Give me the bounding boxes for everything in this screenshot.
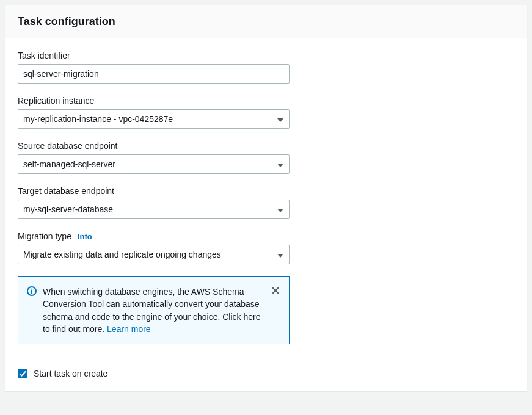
migration-type-label: Migration type [18, 231, 71, 241]
start-on-create-row: Start task on create [18, 369, 514, 378]
task-identifier-label: Task identifier [18, 51, 290, 60]
target-endpoint-label: Target database endpoint [18, 186, 290, 196]
target-endpoint-select-wrapper: my-sql-server-database [18, 200, 290, 219]
alert-text: When switching database engines, the AWS… [43, 286, 264, 335]
target-endpoint-select[interactable]: my-sql-server-database [18, 200, 290, 219]
migration-type-select[interactable]: Migrate existing data and replicate ongo… [18, 245, 290, 264]
task-identifier-group: Task identifier [18, 51, 290, 84]
info-link[interactable]: Info [78, 232, 92, 241]
migration-type-group: Migration type Info Migrate existing dat… [18, 231, 290, 264]
svg-point-1 [31, 289, 32, 290]
task-configuration-panel: Task configuration Task identifier Repli… [5, 5, 527, 391]
source-endpoint-select-wrapper: self-managed-sql-server [18, 154, 290, 174]
target-endpoint-group: Target database endpoint my-sql-server-d… [18, 186, 290, 219]
panel-body: Task identifier Replication instance my-… [5, 38, 527, 391]
migration-type-label-row: Migration type Info [18, 231, 290, 241]
info-alert: When switching database engines, the AWS… [18, 276, 290, 344]
source-endpoint-label: Source database endpoint [18, 141, 290, 151]
start-on-create-checkbox[interactable] [18, 369, 27, 378]
replication-instance-select-wrapper: my-replication-instance - vpc-0425287e [18, 109, 290, 129]
panel-title: Task configuration [18, 15, 514, 28]
learn-more-link[interactable]: Learn more [107, 324, 151, 334]
check-icon [19, 370, 26, 377]
panel-header: Task configuration [5, 5, 527, 38]
alert-message: When switching database engines, the AWS… [43, 287, 260, 334]
replication-instance-group: Replication instance my-replication-inst… [18, 96, 290, 129]
source-endpoint-select[interactable]: self-managed-sql-server [18, 154, 290, 174]
source-endpoint-group: Source database endpoint self-managed-sq… [18, 141, 290, 174]
close-alert-button[interactable] [271, 286, 280, 297]
replication-instance-label: Replication instance [18, 96, 290, 106]
info-icon [27, 286, 37, 298]
start-on-create-label[interactable]: Start task on create [34, 369, 107, 378]
task-identifier-input[interactable] [18, 64, 290, 84]
close-icon [272, 287, 279, 296]
replication-instance-select[interactable]: my-replication-instance - vpc-0425287e [18, 109, 290, 129]
migration-type-select-wrapper: Migrate existing data and replicate ongo… [18, 245, 290, 264]
svg-rect-2 [31, 290, 32, 294]
